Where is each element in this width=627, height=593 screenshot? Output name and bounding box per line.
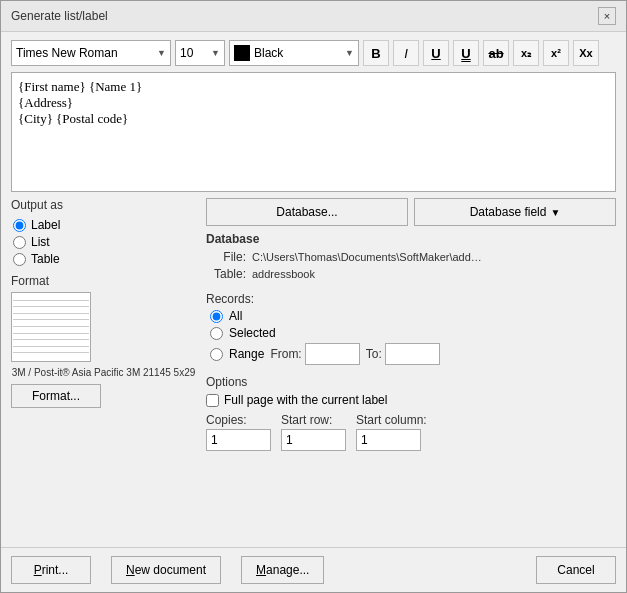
output-label-option[interactable]: Label bbox=[13, 218, 196, 232]
bottom-bar: Print... New document Manage... Cancel bbox=[1, 547, 626, 592]
case-button[interactable]: Xx bbox=[573, 40, 599, 66]
options-section: Options Full page with the current label… bbox=[206, 375, 616, 451]
color-selector[interactable]: Black ▼ bbox=[229, 40, 359, 66]
to-spinner[interactable]: ▲ ▼ bbox=[385, 343, 440, 365]
underline-button[interactable]: U bbox=[423, 40, 449, 66]
font-value: Times New Roman bbox=[16, 46, 155, 60]
records-label: Records: bbox=[206, 292, 616, 306]
from-group: From: ▲ ▼ bbox=[270, 343, 359, 365]
table-label: Table: bbox=[206, 267, 246, 281]
new-document-label: New document bbox=[126, 563, 206, 577]
database-section-title: Database bbox=[206, 232, 616, 246]
db-table-row: Table: addressbook bbox=[206, 267, 616, 281]
color-dropdown-arrow: ▼ bbox=[345, 48, 354, 58]
format-button[interactable]: Format... bbox=[11, 384, 101, 408]
output-table-text: Table bbox=[31, 252, 60, 266]
records-selected-row: Selected bbox=[210, 326, 616, 340]
bottom-left-buttons: Print... New document Manage... bbox=[11, 556, 324, 584]
dialog-title: Generate list/label bbox=[11, 9, 108, 23]
left-panel: Output as Label List Table bbox=[11, 198, 196, 539]
database-field-label: Database field bbox=[470, 205, 547, 219]
format-section: Format bbox=[11, 274, 196, 408]
output-as-radio-group: Label List Table bbox=[11, 218, 196, 266]
start-col-option: Start column: ▲ ▼ bbox=[356, 413, 427, 451]
records-all-label: All bbox=[229, 309, 242, 323]
output-as-label: Output as bbox=[11, 198, 196, 212]
new-document-button[interactable]: New document bbox=[111, 556, 221, 584]
from-input[interactable] bbox=[306, 347, 360, 361]
from-label: From: bbox=[270, 347, 301, 361]
records-selected-label: Selected bbox=[229, 326, 276, 340]
records-range-label: Range bbox=[229, 347, 264, 361]
records-section: Records: All Selected Range bbox=[206, 292, 616, 365]
database-field-arrow: ▼ bbox=[550, 207, 560, 218]
records-range-row: Range From: ▲ ▼ bbox=[210, 343, 616, 365]
start-row-option: Start row: ▲ ▼ bbox=[281, 413, 346, 451]
title-bar: Generate list/label × bbox=[1, 1, 626, 32]
color-swatch bbox=[234, 45, 250, 61]
size-value: 10 bbox=[180, 46, 209, 60]
output-label-radio[interactable] bbox=[13, 219, 26, 232]
output-list-radio[interactable] bbox=[13, 236, 26, 249]
underline2-button[interactable]: U bbox=[453, 40, 479, 66]
size-dropdown-arrow: ▼ bbox=[211, 48, 220, 58]
database-section: Database File: C:\Users\Thomas\Documents… bbox=[206, 232, 616, 284]
start-col-label: Start column: bbox=[356, 413, 427, 427]
file-value: C:\Users\Thomas\Documents\SoftMaker\addr… bbox=[252, 251, 482, 263]
label-name: 3M / Post-it® Asia Pacific 3M 21145 5x29 bbox=[11, 366, 196, 380]
records-all-row: All bbox=[210, 309, 616, 323]
copies-option: Copies: ▲ ▼ bbox=[206, 413, 271, 451]
output-list-option[interactable]: List bbox=[13, 235, 196, 249]
db-file-row: File: C:\Users\Thomas\Documents\SoftMake… bbox=[206, 250, 616, 264]
start-row-spinner[interactable]: ▲ ▼ bbox=[281, 429, 346, 451]
italic-button[interactable]: I bbox=[393, 40, 419, 66]
label-preview bbox=[11, 292, 91, 362]
output-table-option[interactable]: Table bbox=[13, 252, 196, 266]
to-group: To: ▲ ▼ bbox=[366, 343, 440, 365]
start-col-input[interactable] bbox=[357, 433, 421, 447]
records-range-radio[interactable] bbox=[210, 348, 223, 361]
dialog: Generate list/label × Times New Roman ▼ … bbox=[0, 0, 627, 593]
full-page-row: Full page with the current label bbox=[206, 393, 616, 407]
bold-button[interactable]: B bbox=[363, 40, 389, 66]
copies-input[interactable] bbox=[207, 433, 271, 447]
file-label: File: bbox=[206, 250, 246, 264]
size-selector[interactable]: 10 ▼ bbox=[175, 40, 225, 66]
full-page-checkbox[interactable] bbox=[206, 394, 219, 407]
to-label: To: bbox=[366, 347, 382, 361]
output-table-radio[interactable] bbox=[13, 253, 26, 266]
records-all-radio[interactable] bbox=[210, 310, 223, 323]
main-split: Output as Label List Table bbox=[11, 198, 616, 539]
database-buttons-row: Database... Database field ▼ bbox=[206, 198, 616, 226]
close-button[interactable]: × bbox=[598, 7, 616, 25]
cancel-button[interactable]: Cancel bbox=[536, 556, 616, 584]
records-selected-radio[interactable] bbox=[210, 327, 223, 340]
toolbar-row: Times New Roman ▼ 10 ▼ Black ▼ B I U U a… bbox=[11, 40, 616, 66]
copies-spinner[interactable]: ▲ ▼ bbox=[206, 429, 271, 451]
database-button[interactable]: Database... bbox=[206, 198, 408, 226]
from-spinner[interactable]: ▲ ▼ bbox=[305, 343, 360, 365]
options-title: Options bbox=[206, 375, 616, 389]
print-button[interactable]: Print... bbox=[11, 556, 91, 584]
print-label: Print... bbox=[34, 563, 69, 577]
subscript-button[interactable]: x₂ bbox=[513, 40, 539, 66]
superscript-button[interactable]: x² bbox=[543, 40, 569, 66]
manage-label: Manage... bbox=[256, 563, 309, 577]
options-grid: Copies: ▲ ▼ Start row: bbox=[206, 413, 616, 451]
manage-button[interactable]: Manage... bbox=[241, 556, 324, 584]
font-selector[interactable]: Times New Roman ▼ bbox=[11, 40, 171, 66]
copies-label: Copies: bbox=[206, 413, 271, 427]
table-value: addressbook bbox=[252, 268, 315, 280]
strikethrough-button[interactable]: ab bbox=[483, 40, 509, 66]
font-dropdown-arrow: ▼ bbox=[157, 48, 166, 58]
start-col-spinner[interactable]: ▲ ▼ bbox=[356, 429, 421, 451]
start-row-input[interactable] bbox=[282, 433, 346, 447]
output-list-text: List bbox=[31, 235, 50, 249]
database-field-button[interactable]: Database field ▼ bbox=[414, 198, 616, 226]
to-input[interactable] bbox=[386, 347, 440, 361]
start-row-label: Start row: bbox=[281, 413, 346, 427]
right-panel: Database... Database field ▼ Database Fi… bbox=[206, 198, 616, 539]
template-text-area[interactable] bbox=[11, 72, 616, 192]
format-label: Format bbox=[11, 274, 196, 288]
records-radio-group: All Selected Range From: bbox=[206, 309, 616, 365]
